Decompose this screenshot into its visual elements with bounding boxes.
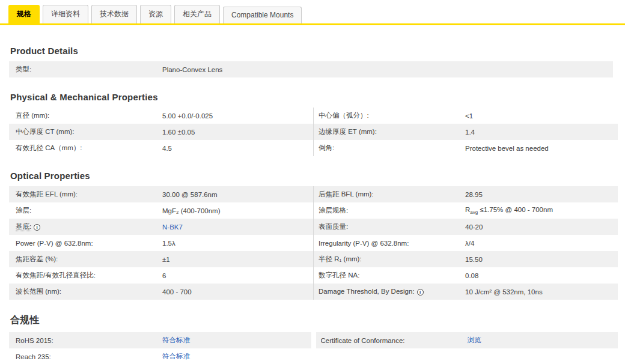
spec-table-left: 类型:Plano-Convex Lens: [9, 61, 613, 77]
info-icon[interactable]: i: [34, 224, 40, 231]
spec-row: 中心厚度 CT (mm):1.60 ±0.05: [9, 124, 313, 140]
spec-label-text: 数字孔径 NA:: [319, 271, 359, 279]
spec-value: 28.95: [465, 191, 618, 198]
tab-related-products[interactable]: 相关产品: [174, 5, 220, 23]
spec-label-text: 波长范围 (nm):: [16, 288, 61, 295]
spec-label-text: 有效焦距 EFL (mm):: [16, 190, 78, 198]
spec-row: 后焦距 BFL (mm):28.95: [314, 186, 618, 202]
spec-table-right: Certificate of Conformance:浏览: [316, 332, 618, 348]
section-product-details: Product Details类型:Plano-Convex Lens: [9, 46, 618, 77]
spec-label: 半径 R₁ (mm):: [319, 255, 465, 264]
tab-tech-data[interactable]: 技术数据: [91, 5, 137, 23]
spec-label-text: 涂层:: [16, 207, 31, 214]
spec-table-left: RoHS 2015:符合标准Reach 235:符合标准: [9, 332, 311, 364]
spec-value: 400 - 700: [162, 288, 313, 296]
spec-value-link[interactable]: 符合标准: [162, 336, 190, 344]
spec-label-text: Reach 235:: [16, 353, 51, 360]
spec-label: 直径 (mm):: [16, 111, 162, 120]
section-columns: 有效焦距 EFL (mm):30.00 @ 587.6nm涂层:MgF₂ (40…: [9, 186, 618, 300]
spec-row: 波长范围 (nm):400 - 700: [9, 284, 313, 300]
spec-label-text: 半径 R₁ (mm):: [319, 255, 362, 262]
spec-label: 倒角:: [319, 144, 465, 153]
spec-row: Power (P-V) @ 632.8nm:1.5λ: [9, 235, 313, 251]
spec-label-text: Power (P-V) @ 632.8nm:: [16, 240, 93, 247]
section-title-physical-mechanical: Physical & Mechanical Properties: [10, 92, 618, 102]
spec-label-text: 直径 (mm):: [16, 112, 49, 119]
spec-label-text: RoHS 2015:: [16, 337, 53, 344]
spec-value: 1.4: [465, 129, 618, 136]
info-icon[interactable]: i: [417, 289, 424, 296]
spec-row: Certificate of Conformance:浏览: [316, 332, 618, 348]
spec-row: Irregularity (P-V) @ 632.8nm:λ/4: [314, 235, 618, 251]
tab-compatible-mounts[interactable]: Compatible Mounts: [223, 7, 302, 23]
spec-value: 30.00 @ 587.6nm: [162, 191, 313, 198]
spec-row: 半径 R₁ (mm):15.50: [314, 251, 618, 267]
spec-label: Reach 235:: [16, 353, 162, 360]
section-title-product-details: Product Details: [10, 46, 618, 56]
spec-row: 焦距容差 (%):±1: [9, 251, 313, 267]
tab-bar: 规格详细资料技术数据资源相关产品Compatible Mounts: [0, 0, 625, 23]
spec-row: 表面质量:40-20: [314, 219, 618, 235]
spec-label-text: Damage Threshold, By Design:: [319, 288, 415, 296]
spec-label: 焦距容差 (%):: [16, 255, 162, 264]
tab-specs[interactable]: 规格: [8, 5, 40, 23]
spec-table-left: 直径 (mm):5.00 +0.0/-0.025中心厚度 CT (mm):1.6…: [9, 108, 314, 156]
spec-value: 浏览: [468, 336, 618, 345]
spec-value-link[interactable]: N-BK7: [162, 223, 183, 231]
tab-resources[interactable]: 资源: [140, 5, 171, 23]
spec-row: 类型:Plano-Convex Lens: [9, 61, 613, 77]
tab-details[interactable]: 详细资料: [43, 5, 88, 23]
spec-value: 6: [162, 272, 313, 279]
spec-label-text: Certificate of Conformance:: [321, 337, 405, 344]
spec-label-text: 后焦距 BFL (mm):: [319, 190, 374, 198]
spec-value: Ravg ≤1.75% @ 400 - 700nm: [465, 206, 618, 215]
content: Product Details类型:Plano-Convex LensPhysi…: [0, 46, 625, 364]
section-columns: RoHS 2015:符合标准Reach 235:符合标准Certificate …: [9, 332, 618, 364]
spec-value: N-BK7: [162, 223, 313, 231]
spec-value: 40-20: [465, 223, 618, 231]
spec-label: 有效孔径 CA（mm）:: [16, 144, 162, 153]
spec-label: 表面质量:: [319, 222, 465, 231]
spec-table-right: 后焦距 BFL (mm):28.95涂层规格:Ravg ≤1.75% @ 400…: [314, 186, 618, 300]
spec-value: 5.00 +0.0/-0.025: [162, 112, 313, 120]
spec-row: Reach 235:符合标准: [9, 348, 311, 364]
spec-label-text: 基底:: [16, 223, 31, 231]
spec-label-text: 中心厚度 CT (mm):: [16, 128, 75, 135]
spec-row: 有效孔径 CA（mm）:4.5: [9, 140, 313, 156]
spec-label-text: 中心偏（弧分）:: [319, 112, 369, 119]
spec-value: MgF₂ (400-700nm): [162, 207, 313, 214]
spec-value-link[interactable]: 浏览: [468, 336, 481, 344]
section-title-compliance: 合规性: [10, 314, 618, 327]
spec-label-text: 边缘厚度 ET (mm):: [319, 128, 377, 135]
spec-label: 中心偏（弧分）:: [319, 111, 465, 120]
spec-label-text: 有效孔径 CA（mm）:: [16, 144, 82, 151]
spec-value-link[interactable]: 符合标准: [162, 353, 190, 360]
spec-label-text: 类型:: [16, 65, 31, 73]
spec-row: 有效焦距 EFL (mm):30.00 @ 587.6nm: [9, 186, 313, 202]
spec-value: 10 J/cm² @ 532nm, 10ns: [465, 288, 618, 296]
spec-label: 边缘厚度 ET (mm):: [319, 127, 465, 136]
spec-label: 波长范围 (nm):: [16, 287, 162, 296]
spec-row: 中心偏（弧分）:<1: [314, 108, 618, 124]
spec-row: 基底:iN-BK7: [9, 219, 313, 235]
section-columns: 类型:Plano-Convex Lens: [9, 61, 618, 77]
spec-label: 后焦距 BFL (mm):: [319, 190, 465, 199]
spec-label: 涂层规格:: [319, 206, 465, 215]
spec-label-text: 焦距容差 (%):: [16, 255, 58, 262]
spec-value: 符合标准: [162, 352, 311, 361]
spec-value: ±1: [162, 256, 313, 263]
spec-label: Damage Threshold, By Design:i: [319, 288, 465, 296]
spec-label: 有效焦距 EFL (mm):: [16, 190, 162, 199]
spec-label-text: 表面质量:: [319, 223, 348, 230]
spec-label: 基底:i: [16, 222, 162, 231]
spec-row: 倒角:Protective bevel as needed: [314, 140, 618, 156]
section-columns: 直径 (mm):5.00 +0.0/-0.025中心厚度 CT (mm):1.6…: [9, 108, 618, 156]
spec-value: 4.5: [162, 145, 313, 152]
spec-value: λ/4: [465, 240, 618, 247]
spec-table-left: 有效焦距 EFL (mm):30.00 @ 587.6nm涂层:MgF₂ (40…: [9, 186, 314, 300]
spec-row: 直径 (mm):5.00 +0.0/-0.025: [9, 108, 313, 124]
spec-value: 1.5λ: [162, 240, 313, 247]
spec-label: 有效焦距/有效孔径直径比:: [16, 271, 162, 280]
section-optical-properties: Optical Properties有效焦距 EFL (mm):30.00 @ …: [9, 171, 618, 300]
spec-value: 15.50: [465, 256, 618, 263]
